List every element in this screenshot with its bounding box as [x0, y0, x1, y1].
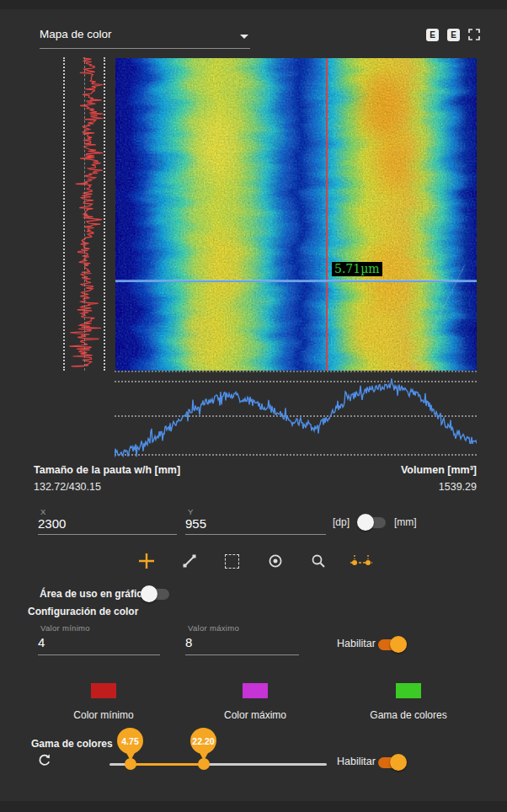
- x-field: X: [38, 507, 177, 535]
- tool-profile-line-button[interactable]: [350, 548, 373, 574]
- crosshair-vertical-line[interactable]: [326, 58, 328, 371]
- range-enable-label: Habilitar: [337, 756, 376, 767]
- color-config-enable-knob: [390, 636, 407, 653]
- volume-label: Volumen [mm³]: [401, 464, 477, 476]
- horizontal-profile-panel: [115, 374, 477, 459]
- range-color-swatch[interactable]: [396, 683, 421, 698]
- y-input[interactable]: [185, 516, 326, 531]
- reset-range-button[interactable]: [37, 753, 52, 768]
- fullscreen-button[interactable]: [467, 28, 481, 41]
- max-color-swatch[interactable]: [243, 683, 268, 698]
- horizontal-profile-chart: [115, 374, 477, 459]
- dropdown-underline: [40, 48, 250, 49]
- range-enable-knob: [390, 754, 407, 771]
- profile-line-icon: [350, 553, 372, 569]
- tool-center-point-button[interactable]: [264, 548, 287, 574]
- heatmap-bottom-dotted-line: [115, 371, 477, 372]
- x-field-label: X: [38, 507, 177, 516]
- center-point-icon: [268, 553, 283, 569]
- app-window: Mapa de color E E: [0, 0, 507, 812]
- y-field-label: Y: [185, 507, 326, 516]
- min-underline: [38, 654, 160, 655]
- max-value-field: Valor máximo: [185, 623, 299, 655]
- export-e-button-2[interactable]: E: [447, 29, 460, 41]
- refresh-icon: [37, 753, 52, 768]
- color-config-title: Configuración de color: [28, 606, 138, 617]
- unit-mm-label: [mm]: [394, 516, 417, 528]
- colormap-viewer[interactable]: 5.71µm: [115, 58, 477, 371]
- measure-line-icon: [182, 553, 197, 569]
- select-rect-icon: [225, 554, 239, 569]
- color-config-enable-label: Habilitar: [337, 638, 376, 649]
- crosshair-horizontal-line[interactable]: [115, 280, 477, 282]
- magnifier-icon: [311, 553, 326, 569]
- unit-toggle-knob: [357, 514, 374, 531]
- range-color-label: Gama de colores: [370, 709, 446, 721]
- chevron-down-icon[interactable]: [240, 35, 248, 39]
- range-slider-fill: [131, 763, 204, 766]
- min-value-input[interactable]: [38, 635, 160, 649]
- heatmap-image: [115, 58, 477, 371]
- min-value-label: Valor mínimo: [38, 623, 160, 633]
- max-value-label: Valor máximo: [185, 623, 299, 633]
- area3d-toggle[interactable]: [142, 589, 169, 600]
- y-underline: [185, 534, 326, 535]
- range-slider-track[interactable]: [109, 763, 327, 766]
- max-underline: [185, 654, 299, 655]
- tool-select-rect-button[interactable]: [221, 548, 244, 574]
- size-value: 132.72/430.15: [34, 481, 101, 493]
- size-label: Tamaño de la pauta w/h [mm]: [34, 464, 180, 476]
- range-high-balloon[interactable]: 22.20: [190, 728, 216, 754]
- area3d-toggle-knob: [141, 585, 157, 602]
- color-config-enable-toggle[interactable]: [378, 639, 405, 650]
- profile-center-line: [84, 57, 85, 371]
- min-color-swatch[interactable]: [91, 683, 116, 698]
- tool-zoom-button[interactable]: [307, 548, 330, 574]
- top-chrome-strip: [0, 0, 507, 9]
- colormap-dropdown-value[interactable]: Mapa de color: [40, 28, 112, 40]
- volume-value: 1539.29: [439, 481, 477, 493]
- tool-crosshair-button[interactable]: [135, 548, 158, 574]
- range-low-balloon[interactable]: 4.75: [117, 728, 143, 754]
- viewer-toolbar: [0, 548, 507, 574]
- unit-toggle[interactable]: [359, 517, 386, 528]
- fullscreen-icon: [467, 28, 481, 41]
- tool-measure-line-button[interactable]: [178, 548, 201, 574]
- max-value-input[interactable]: [185, 635, 299, 649]
- range-enable-toggle[interactable]: [378, 757, 405, 768]
- crosshair-plus-icon: [137, 552, 156, 570]
- max-color-label: Color máximo: [224, 709, 286, 721]
- vertical-profile-panel: [63, 57, 105, 371]
- min-value-field: Valor mínimo: [38, 623, 160, 655]
- unit-dp-label: [dp]: [333, 516, 350, 528]
- export-e-button-1[interactable]: E: [426, 29, 439, 41]
- range-slider-label: Gama de colores: [31, 738, 113, 750]
- measurement-value-label: 5.71µm: [332, 262, 382, 276]
- x-input[interactable]: [38, 516, 177, 531]
- min-color-label: Color mínimo: [73, 709, 133, 721]
- bottom-chrome-strip: [0, 801, 507, 812]
- y-field: Y: [185, 507, 326, 535]
- x-underline: [38, 534, 177, 535]
